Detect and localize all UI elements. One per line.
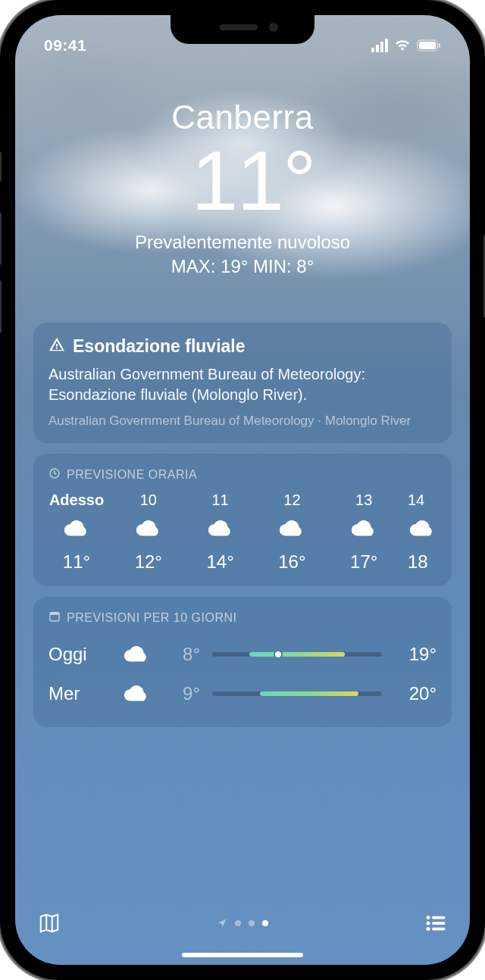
high-low-temp: MAX: 19° MIN: 8° (33, 256, 452, 277)
location-list-button[interactable] (423, 910, 449, 936)
temp-range-bar (212, 652, 382, 657)
hourly-item: 1418 (408, 492, 436, 573)
hour-temp: 18 (408, 551, 428, 573)
weather-alert-card[interactable]: Esondazione fluviale Australian Governme… (33, 323, 452, 443)
hourly-item: 1114° (192, 492, 249, 573)
hour-label: Adesso (49, 492, 104, 509)
cloud-icon (121, 683, 152, 704)
warning-icon (48, 336, 65, 356)
svg-point-8 (427, 922, 430, 925)
cloud-icon (277, 518, 306, 542)
alert-title: Esondazione fluviale (73, 336, 246, 357)
hour-temp: 11° (63, 551, 90, 573)
svg-point-10 (427, 927, 430, 931)
current-weather-hero: Canberra 11° Prevalentemente nuvoloso MA… (33, 98, 452, 277)
svg-rect-5 (50, 612, 59, 614)
hour-temp: 16° (278, 551, 305, 573)
hourly-item: 1012° (120, 492, 177, 573)
pager-dot[interactable] (249, 920, 255, 926)
location-arrow-icon (217, 918, 227, 929)
cloud-icon (134, 518, 163, 542)
hourly-item: Adesso11° (48, 492, 105, 573)
svg-rect-2 (439, 43, 441, 48)
day-high: 19° (394, 644, 436, 665)
hour-label: 12 (283, 492, 300, 509)
alert-body: Australian Government Bureau of Meteorol… (48, 364, 436, 405)
day-name: Oggi (48, 644, 109, 665)
hour-temp: 17° (350, 551, 377, 573)
cellular-signal-icon (371, 39, 388, 52)
daily-forecast-card[interactable]: PREVISIONI PER 10 GIORNI Oggi8°19°Mer9°2… (33, 597, 452, 727)
daily-row[interactable]: Oggi8°19° (48, 635, 436, 674)
pager-dot[interactable] (235, 920, 241, 926)
day-low: 9° (164, 683, 200, 704)
cloud-icon (62, 518, 91, 542)
home-indicator[interactable] (182, 953, 303, 957)
battery-icon (417, 39, 441, 51)
svg-rect-11 (432, 928, 446, 931)
cloud-icon (206, 518, 235, 542)
day-high: 20° (394, 683, 436, 704)
svg-rect-7 (432, 916, 446, 919)
current-temp: 11° (55, 136, 452, 226)
day-low: 8° (164, 644, 200, 665)
hour-label: 14 (408, 492, 424, 509)
hour-label: 13 (355, 492, 372, 509)
daily-header-label: PREVISIONI PER 10 GIORNI (67, 611, 237, 625)
day-name: Mer (48, 683, 109, 704)
hourly-item: 1317° (336, 492, 392, 573)
calendar-icon (48, 610, 61, 626)
status-time: 09:41 (44, 36, 86, 55)
wifi-icon (394, 39, 411, 51)
clock-icon (48, 467, 61, 482)
hourly-item: 1216° (264, 492, 320, 573)
svg-rect-9 (432, 922, 446, 925)
daily-row[interactable]: Mer9°20° (48, 674, 436, 713)
svg-point-6 (427, 916, 430, 919)
hour-label: 11 (211, 492, 228, 509)
city-name: Canberra (33, 98, 452, 136)
cloud-icon (121, 644, 152, 665)
alert-source: Australian Government Bureau of Meteorol… (48, 413, 436, 429)
cloud-icon (349, 518, 378, 542)
hour-label: 10 (140, 492, 157, 509)
pager-dot[interactable] (262, 920, 268, 926)
map-button[interactable] (36, 910, 62, 936)
location-pager[interactable] (217, 918, 268, 929)
svg-rect-1 (419, 42, 436, 49)
current-condition: Prevalentemente nuvoloso (33, 232, 452, 253)
hour-temp: 12° (135, 551, 162, 573)
hourly-forecast-card[interactable]: PREVISIONE ORARIA Adesso11°1012°1114°121… (33, 454, 452, 586)
hourly-header-label: PREVISIONE ORARIA (67, 468, 197, 482)
cloud-icon (408, 518, 436, 542)
hour-temp: 14° (206, 551, 233, 573)
temp-range-bar (212, 691, 382, 696)
